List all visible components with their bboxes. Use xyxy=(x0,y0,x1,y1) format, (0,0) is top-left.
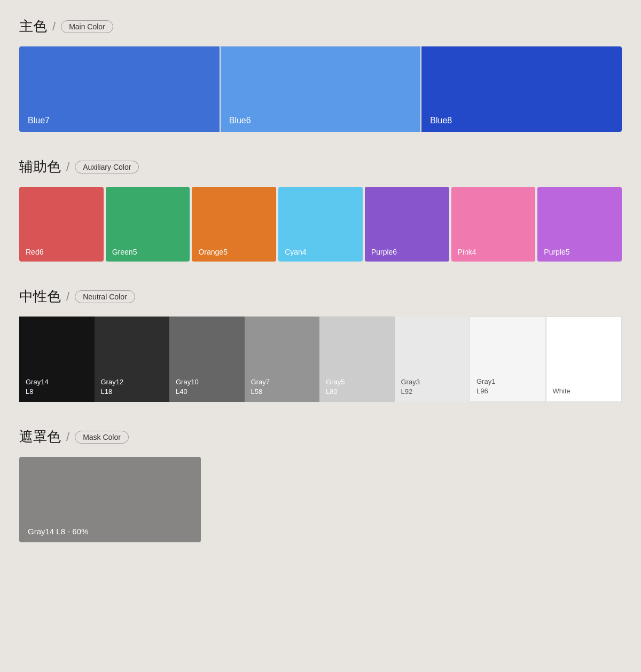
aux-color-title-en: Auxiliary Color xyxy=(75,161,139,173)
aux-color-section: 辅助色 / Auxiliary Color Red6 Green5 Orange… xyxy=(19,157,622,262)
mask-color-title-cn: 遮罩色 xyxy=(19,428,61,446)
swatch-blue6: Blue6 xyxy=(221,46,422,132)
swatch-purple5: Purple5 xyxy=(537,187,622,262)
aux-color-header: 辅助色 / Auxiliary Color xyxy=(19,157,622,176)
swatch-cyan4: Cyan4 xyxy=(278,187,363,262)
mask-color-title-en: Mask Color xyxy=(75,431,129,444)
swatch-orange5: Orange5 xyxy=(192,187,276,262)
mask-color-divider: / xyxy=(66,430,69,444)
aux-color-divider: / xyxy=(66,160,69,174)
main-color-section: 主色 / Main Color Blue7 Blue6 Blue8 xyxy=(19,17,622,132)
swatch-gray7: Gray7L58 xyxy=(245,317,320,402)
mask-color-header: 遮罩色 / Mask Color xyxy=(19,428,622,446)
swatch-mask-gray14: Gray14 L8 - 60% xyxy=(19,457,201,542)
swatch-gray12: Gray12L18 xyxy=(95,317,170,402)
swatch-purple6: Purple6 xyxy=(365,187,449,262)
swatch-gray5: Gray5L80 xyxy=(319,317,395,402)
neutral-color-header: 中性色 / Neutral Color xyxy=(19,287,622,306)
mask-color-section: 遮罩色 / Mask Color Gray14 L8 - 60% xyxy=(19,428,622,542)
swatch-white: White xyxy=(546,317,622,402)
aux-color-title-cn: 辅助色 xyxy=(19,157,61,176)
main-color-row: Blue7 Blue6 Blue8 xyxy=(19,46,622,132)
swatch-gray1: Gray1L96 xyxy=(470,317,546,402)
neutral-color-divider: / xyxy=(66,290,69,304)
main-color-divider: / xyxy=(52,20,56,34)
swatch-gray3: Gray3L92 xyxy=(395,317,470,402)
aux-color-row: Red6 Green5 Orange5 Cyan4 Purple6 Pink4 … xyxy=(19,187,622,262)
neutral-color-row: Gray14L8 Gray12L18 Gray10L40 Gray7L58 Gr… xyxy=(19,317,622,402)
mask-color-row: Gray14 L8 - 60% xyxy=(19,457,622,542)
neutral-color-title-cn: 中性色 xyxy=(19,287,61,306)
swatch-green5: Green5 xyxy=(106,187,190,262)
main-color-header: 主色 / Main Color xyxy=(19,17,622,36)
swatch-gray14: Gray14L8 xyxy=(19,317,95,402)
neutral-color-section: 中性色 / Neutral Color Gray14L8 Gray12L18 G… xyxy=(19,287,622,402)
swatch-gray10: Gray10L40 xyxy=(169,317,245,402)
main-color-title-en: Main Color xyxy=(61,20,113,33)
swatch-pink4: Pink4 xyxy=(451,187,536,262)
swatch-red6: Red6 xyxy=(19,187,104,262)
neutral-color-title-en: Neutral Color xyxy=(75,290,135,303)
swatch-blue7: Blue7 xyxy=(19,46,221,132)
main-color-title-cn: 主色 xyxy=(19,17,47,36)
swatch-blue8: Blue8 xyxy=(421,46,622,132)
